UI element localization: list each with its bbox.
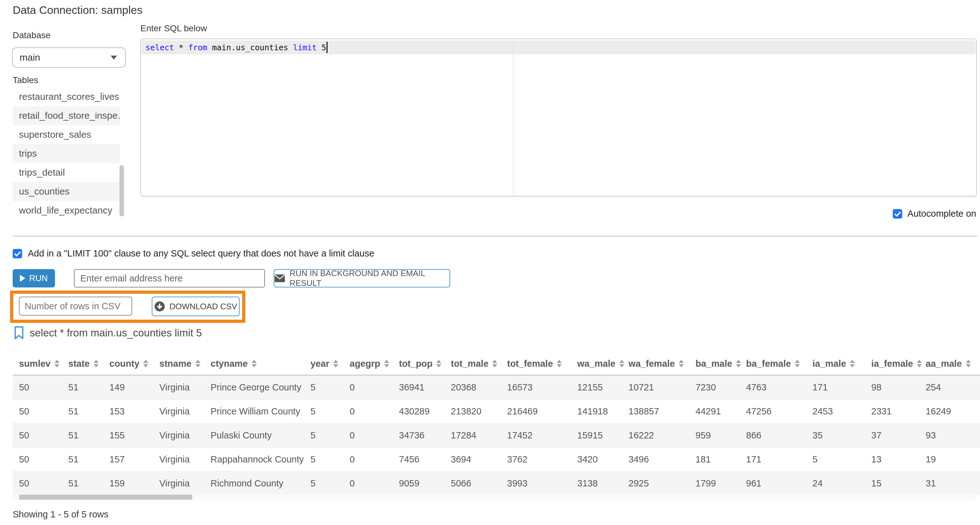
sort-icon[interactable]	[679, 360, 684, 367]
sort-icon[interactable]	[251, 360, 257, 367]
cell-ba_female: 866	[746, 430, 813, 441]
sort-icon[interactable]	[54, 360, 59, 367]
cell-state: 51	[68, 430, 110, 441]
sort-icon[interactable]	[619, 360, 624, 367]
autocomplete-checkbox[interactable]	[893, 209, 902, 219]
cell-stname: Virginia	[159, 406, 210, 417]
table-list-item-superstore_sales[interactable]: superstore_sales	[13, 125, 120, 144]
cell-aa_male: 16249	[926, 406, 980, 417]
column-header-ba_male[interactable]: ba_male	[695, 358, 746, 369]
column-header-tot_female[interactable]: tot_female	[507, 358, 577, 369]
table-list-item-retail_food_store_inspe[interactable]: retail_food_store_inspe…	[13, 106, 120, 125]
sort-icon[interactable]	[795, 360, 800, 367]
column-header-stname[interactable]: stname	[159, 358, 210, 369]
column-header-wa_male[interactable]: wa_male	[577, 358, 628, 369]
cell-ba_male: 959	[695, 430, 746, 441]
envelope-icon	[274, 274, 285, 283]
column-header-label: ctyname	[210, 358, 248, 369]
cell-stname: Virginia	[159, 478, 210, 489]
table-list-item-restaurant_scores_lives[interactable]: restaurant_scores_lives…	[13, 87, 120, 106]
horizontal-scrollbar-thumb[interactable]	[19, 495, 192, 500]
column-header-aa_male[interactable]: aa_male	[926, 358, 980, 369]
table-list-item-us_counties[interactable]: us_counties	[13, 182, 120, 201]
cell-agegrp: 0	[350, 454, 399, 465]
column-header-label: stname	[159, 358, 192, 369]
column-header-label: sumlev	[19, 358, 51, 369]
cell-tot_pop: 34736	[399, 430, 451, 441]
column-header-ia_male[interactable]: ia_male	[813, 358, 871, 369]
cell-ba_male: 7230	[695, 382, 746, 393]
table-row: 5051153VirginiaPrince William County5043…	[13, 399, 980, 423]
run-button[interactable]: RUN	[13, 269, 55, 287]
table-row: 5051157VirginiaRappahannock County507456…	[13, 447, 980, 471]
sort-icon[interactable]	[196, 360, 200, 367]
column-header-tot_pop[interactable]: tot_pop	[399, 358, 451, 369]
cell-wa_male: 12155	[577, 382, 628, 393]
column-header-label: tot_female	[507, 358, 553, 369]
sort-icon[interactable]	[94, 360, 99, 367]
download-csv-label: DOWNLOAD CSV	[169, 302, 237, 311]
cell-ia_female: 98	[871, 382, 926, 393]
csv-highlight-box: DOWNLOAD CSV	[10, 290, 245, 323]
email-input[interactable]	[74, 269, 265, 287]
column-header-county[interactable]: county	[110, 358, 159, 369]
limit-checkbox[interactable]	[13, 249, 22, 259]
table-list-item-world_life_expectancy[interactable]: world_life_expectancy	[13, 201, 120, 220]
cell-ia_male: 24	[813, 478, 871, 489]
cell-year: 5	[310, 454, 350, 465]
sort-icon[interactable]	[736, 360, 741, 367]
sql-editor[interactable]: select * from main.us_counties limit 5	[140, 38, 977, 197]
sort-icon[interactable]	[492, 360, 497, 367]
results-header-row: sumlevstatecountystnamectynameyearagegrp…	[13, 352, 980, 376]
cell-state: 51	[68, 382, 110, 393]
column-header-label: state	[68, 358, 90, 369]
column-header-wa_female[interactable]: wa_female	[628, 358, 695, 369]
download-csv-button[interactable]: DOWNLOAD CSV	[152, 297, 240, 316]
sort-icon[interactable]	[333, 360, 338, 367]
tables-list-scrollbar[interactable]	[119, 165, 124, 216]
cell-year: 5	[310, 478, 350, 489]
cell-tot_female: 216469	[507, 406, 577, 417]
column-header-state[interactable]: state	[68, 358, 110, 369]
sort-icon[interactable]	[143, 360, 148, 367]
sort-icon[interactable]	[384, 360, 389, 367]
cell-tot_pop: 430289	[399, 406, 451, 417]
database-select[interactable]: main	[12, 48, 126, 68]
row-count-status: Showing 1 - 5 of 5 rows	[13, 509, 108, 520]
play-icon	[20, 275, 25, 282]
cell-agegrp: 0	[350, 382, 399, 393]
cell-aa_male: 19	[926, 454, 980, 465]
bookmark-icon[interactable]	[14, 326, 24, 340]
cell-year: 5	[310, 382, 350, 393]
table-list-item-trips[interactable]: trips	[13, 144, 120, 163]
column-header-ia_female[interactable]: ia_female	[871, 358, 926, 369]
column-header-ba_female[interactable]: ba_female	[746, 358, 813, 369]
column-header-tot_male[interactable]: tot_male	[451, 358, 507, 369]
table-list-item-trips_detail[interactable]: trips_detail	[13, 163, 120, 182]
column-header-year[interactable]: year	[310, 358, 350, 369]
sort-icon[interactable]	[917, 360, 922, 367]
csv-rows-input[interactable]	[19, 297, 132, 316]
sql-editor-label: Enter SQL below	[140, 23, 207, 33]
cell-tot_female: 16573	[507, 382, 577, 393]
cell-aa_male: 254	[926, 382, 980, 393]
run-in-background-button[interactable]: RUN IN BACKGROUND AND EMAIL RESULT	[274, 269, 450, 287]
column-header-label: ba_female	[746, 358, 791, 369]
sort-icon[interactable]	[557, 360, 562, 367]
run-button-label: RUN	[29, 274, 48, 283]
sort-icon[interactable]	[966, 360, 971, 367]
sort-icon[interactable]	[850, 360, 855, 367]
cell-sumlev: 50	[19, 406, 68, 417]
column-header-ctyname[interactable]: ctyname	[210, 358, 310, 369]
cell-year: 5	[310, 430, 350, 441]
cell-wa_male: 3420	[577, 454, 628, 465]
sort-icon[interactable]	[436, 360, 441, 367]
column-header-sumlev[interactable]: sumlev	[19, 358, 68, 369]
column-header-label: ia_female	[871, 358, 913, 369]
column-header-agegrp[interactable]: agegrp	[350, 358, 399, 369]
table-row: 5051149VirginiaPrince George County50369…	[13, 376, 980, 399]
column-header-label: tot_male	[451, 358, 488, 369]
run-in-background-label: RUN IN BACKGROUND AND EMAIL RESULT	[290, 268, 450, 288]
cell-ia_female: 2331	[871, 406, 926, 417]
cell-wa_female: 138857	[628, 406, 695, 417]
